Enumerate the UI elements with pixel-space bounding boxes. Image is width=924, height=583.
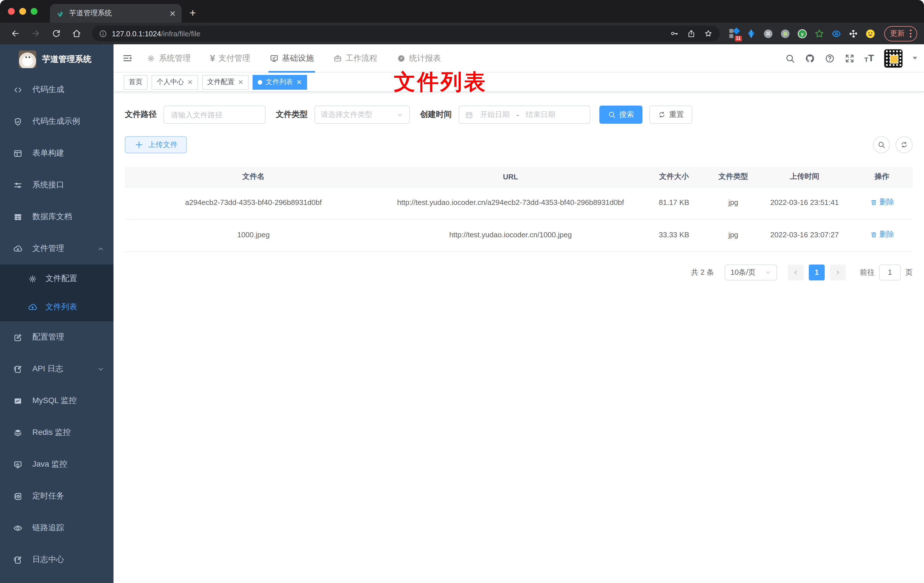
- refresh-table-button[interactable]: [896, 136, 912, 153]
- sidebar-item-file-config[interactable]: 文件配置: [0, 264, 114, 293]
- cell-file-size: 33.33 KB: [639, 219, 709, 251]
- sidebar-item-system-api[interactable]: 系统接口: [0, 169, 114, 201]
- back-button[interactable]: [7, 25, 24, 42]
- grid-icon: [13, 212, 23, 222]
- sidebar-item-file-list[interactable]: 文件列表: [0, 293, 114, 321]
- extension-emoji-icon[interactable]: [865, 28, 876, 39]
- page-size-select[interactable]: 10条/页: [725, 264, 777, 280]
- extensions-area: 11 ⌘ y: [729, 28, 876, 39]
- address-bar[interactable]: 127.0.0.1:1024/infra/file/file: [92, 26, 720, 41]
- screenshot-stage: 芋道管理系统 ✕ + 127.0.0.1:1024/infra/file/fil…: [0, 0, 924, 583]
- page-unit-label: 页: [905, 267, 912, 277]
- date-end-placeholder: 结束日期: [526, 109, 555, 120]
- tag-profile[interactable]: 个人中心✕: [152, 74, 198, 89]
- close-icon[interactable]: ✕: [296, 79, 302, 86]
- password-key-icon[interactable]: [670, 29, 679, 38]
- browser-menu-icon[interactable]: [910, 30, 911, 38]
- topnav-report[interactable]: 统计报表: [396, 44, 442, 73]
- prev-page-button[interactable]: [788, 264, 804, 280]
- sidebar-item-mysql-monitor[interactable]: MySQL 监控: [0, 385, 114, 417]
- avatar-caret-icon[interactable]: [912, 57, 917, 59]
- user-avatar-qr[interactable]: [884, 48, 903, 68]
- sidebar-item-config-manage[interactable]: 配置管理: [0, 321, 114, 353]
- app-title: 芋道管理系统: [42, 54, 91, 64]
- current-page[interactable]: 1: [809, 264, 825, 280]
- share-icon[interactable]: [687, 29, 696, 38]
- file-type-select[interactable]: 请选择文件类型: [314, 106, 410, 124]
- fullscreen-icon[interactable]: [845, 53, 855, 63]
- topnav-payment[interactable]: ¥支付管理: [209, 44, 251, 73]
- briefcase-icon: [333, 54, 342, 63]
- sidebar-item-code-gen[interactable]: 代码生成: [0, 74, 114, 106]
- pagination: 共 2 条 10条/页 1 前往 页: [125, 264, 912, 280]
- github-icon[interactable]: [805, 53, 815, 63]
- topnav-infra[interactable]: 基础设施: [269, 44, 315, 73]
- chart-box-icon: [13, 396, 23, 406]
- sidebar-item-code-demo[interactable]: 代码生成示例: [0, 106, 114, 137]
- tab-close-icon[interactable]: ✕: [170, 9, 176, 17]
- home-button[interactable]: [68, 25, 85, 42]
- sidebar-logo[interactable]: 芋道管理系统: [0, 44, 114, 74]
- close-icon[interactable]: ✕: [187, 79, 193, 86]
- minimize-window-button[interactable]: [19, 8, 26, 15]
- reset-button[interactable]: 重置: [649, 106, 693, 124]
- extension-kite-icon[interactable]: [746, 28, 757, 39]
- extension-grid-icon[interactable]: 11: [729, 28, 739, 39]
- extension-eye-icon[interactable]: [831, 28, 842, 39]
- sidebar-toggle-button[interactable]: [114, 44, 141, 73]
- col-file-type: 文件类型: [709, 167, 758, 187]
- sidebar-item-form-builder[interactable]: 表单构建: [0, 137, 114, 169]
- sidebar-item-redis-monitor[interactable]: Redis 监控: [0, 417, 114, 448]
- tag-file-list[interactable]: 文件列表✕: [252, 74, 307, 89]
- clock-doc-icon: [13, 491, 23, 501]
- cell-file-type: jpg: [709, 219, 758, 251]
- font-size-icon[interactable]: TT: [865, 53, 874, 63]
- file-table: 文件名 URL 文件大小 文件类型 上传时间 操作 a294ecb2-73dd-…: [125, 167, 912, 252]
- help-icon[interactable]: [825, 53, 835, 63]
- site-info-icon[interactable]: [99, 29, 107, 38]
- upload-file-button[interactable]: 上传文件: [125, 136, 187, 153]
- extension-star-icon[interactable]: [814, 28, 825, 39]
- forward-button[interactable]: [27, 25, 44, 42]
- sidebar-item-file-manage[interactable]: 文件管理: [0, 233, 114, 264]
- delete-link[interactable]: 删除: [870, 228, 894, 241]
- date-range-picker[interactable]: 开始日期 - 结束日期: [459, 106, 590, 124]
- sidebar-item-log-center[interactable]: 日志中心: [0, 544, 114, 576]
- tag-home[interactable]: 首页: [124, 74, 148, 89]
- delete-link[interactable]: 删除: [870, 196, 894, 209]
- gear-icon: [147, 54, 155, 63]
- browser-tab[interactable]: 芋道管理系统 ✕: [50, 4, 182, 23]
- goto-page-input[interactable]: [879, 264, 901, 280]
- extension-command-icon[interactable]: ⌘: [763, 28, 774, 39]
- sidebar-item-tracing[interactable]: 链路追踪: [0, 512, 114, 544]
- tag-file-config[interactable]: 文件配置✕: [202, 74, 249, 89]
- cell-url: http://test.yudao.iocoder.cn/a294ecb2-73…: [382, 187, 639, 219]
- chevron-right-icon: [834, 269, 841, 276]
- sidebar-item-db-doc[interactable]: 数据库文档: [0, 201, 114, 233]
- close-icon[interactable]: ✕: [238, 79, 244, 86]
- filter-form: 文件路径 文件类型 请选择文件类型 创建时间 开始日期 - 结束日期 搜索 重置: [125, 106, 912, 124]
- extension-dot-circle-icon[interactable]: [780, 28, 790, 39]
- next-page-button[interactable]: [830, 264, 846, 280]
- chrome-update-button[interactable]: 更新: [884, 26, 917, 41]
- sidebar-item-api-log[interactable]: API 日志: [0, 353, 114, 385]
- main-area: 系统管理 ¥支付管理 基础设施 工作流程 统计报表 TT 首页: [114, 44, 924, 583]
- sidebar-item-java-monitor[interactable]: Java 监控: [0, 448, 114, 480]
- extensions-puzzle-icon[interactable]: [848, 28, 859, 39]
- window-controls[interactable]: [8, 8, 38, 15]
- topnav-workflow[interactable]: 工作流程: [332, 44, 379, 73]
- date-separator: -: [516, 111, 519, 119]
- maximize-window-button[interactable]: [31, 8, 38, 15]
- toggle-search-button[interactable]: [873, 136, 890, 153]
- search-button[interactable]: 搜索: [599, 106, 642, 124]
- search-icon[interactable]: [785, 53, 795, 63]
- bookmark-star-icon[interactable]: [704, 29, 713, 38]
- topnav-system[interactable]: 系统管理: [145, 44, 192, 73]
- new-tab-button[interactable]: +: [190, 7, 196, 19]
- extension-y-icon[interactable]: y: [797, 28, 808, 39]
- reload-button[interactable]: [48, 25, 65, 42]
- file-path-input[interactable]: [163, 106, 266, 124]
- chevron-up-icon: [97, 245, 104, 252]
- sidebar-item-cron-job[interactable]: 定时任务: [0, 480, 114, 512]
- close-window-button[interactable]: [8, 8, 15, 15]
